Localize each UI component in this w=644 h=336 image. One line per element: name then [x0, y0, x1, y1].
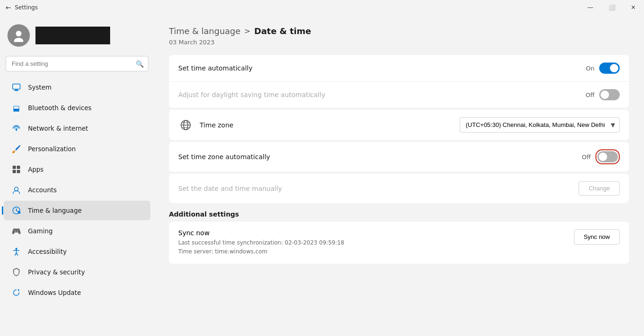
sidebar-item-label: Time & language [28, 207, 82, 214]
svg-rect-7 [13, 166, 16, 169]
search-input[interactable] [6, 56, 148, 71]
set-time-auto-label: Set time automatically [178, 64, 252, 72]
title-bar-title: Settings [15, 4, 38, 11]
sidebar-item-label: Gaming [28, 227, 53, 235]
avatar [7, 24, 30, 47]
profile-section [0, 19, 154, 56]
sidebar-item-gaming[interactable]: 🎮 Gaming [4, 221, 150, 241]
sidebar-item-system[interactable]: System [4, 77, 150, 97]
privacy-icon [11, 267, 21, 277]
title-bar-controls: — ⬜ ✕ [580, 0, 644, 15]
search-icon: 🔍 [136, 60, 144, 68]
sidebar-item-privacy[interactable]: Privacy & security [4, 262, 150, 282]
maximize-button[interactable]: ⬜ [601, 0, 623, 15]
change-button[interactable]: Change [579, 181, 620, 196]
minimize-button[interactable]: — [580, 0, 601, 15]
sidebar-item-bluetooth[interactable]: ⬓ Bluetooth & devices [4, 98, 150, 118]
sidebar-item-accounts[interactable]: Accounts [4, 180, 150, 200]
sidebar-item-network[interactable]: Network & internet [4, 119, 150, 138]
breadcrumb-parent[interactable]: Time & language [169, 26, 240, 36]
set-timezone-auto-label: Set time zone automatically [178, 153, 270, 161]
app-container: 🔍 System ⬓ Bluetooth & devices [0, 15, 644, 336]
manual-datetime-row: Set the date and time manually Change [169, 174, 629, 203]
personalization-icon: 🖌️ [11, 144, 21, 154]
sidebar-item-time[interactable]: Time & language [4, 201, 150, 220]
daylight-saving-label: Adjust for daylight saving time automati… [178, 91, 325, 98]
sidebar-item-label: Privacy & security [28, 268, 85, 276]
set-timezone-auto-row: Set time zone automatically Off [169, 142, 629, 172]
set-timezone-auto-toggle-label: Off [582, 154, 591, 161]
daylight-saving-controls: Off [586, 89, 620, 100]
sync-card: Sync now Last successful time synchroniz… [169, 222, 629, 264]
breadcrumb-sep: > [244, 27, 250, 35]
daylight-saving-row: Adjust for daylight saving time automati… [169, 82, 629, 108]
page-date: 03 March 2023 [169, 39, 629, 46]
daylight-toggle-label: Off [586, 91, 595, 98]
timezone-select[interactable]: (UTC+05:30) Chennai, Kolkata, Mumbai, Ne… [460, 117, 620, 133]
toggle-thumb [610, 64, 618, 72]
sidebar-item-personalization[interactable]: 🖌️ Personalization [4, 139, 150, 159]
svg-point-13 [18, 211, 21, 214]
sidebar-item-label: Bluetooth & devices [28, 104, 91, 112]
set-timezone-auto-toggle[interactable] [597, 151, 618, 162]
manual-datetime-controls: Change [579, 181, 620, 196]
network-icon [11, 123, 21, 133]
apps-icon [11, 164, 21, 175]
svg-point-1 [14, 38, 23, 42]
set-time-auto-row: Set time automatically On [169, 55, 629, 82]
sidebar-item-label: Accounts [28, 186, 57, 194]
svg-point-0 [16, 31, 21, 36]
toggle-thumb [599, 153, 607, 161]
title-bar: ← Settings — ⬜ ✕ [0, 0, 644, 15]
set-time-auto-controls: On [586, 63, 620, 74]
update-icon [11, 287, 21, 298]
svg-rect-8 [17, 166, 20, 169]
set-timezone-auto-controls: Off [582, 149, 620, 164]
sync-card-header: Sync now Last successful time synchroniz… [178, 229, 620, 256]
system-icon [11, 82, 21, 92]
svg-point-5 [15, 128, 17, 130]
close-button[interactable]: ✕ [623, 0, 644, 15]
set-time-auto-toggle[interactable] [599, 63, 620, 74]
sidebar-item-label: Apps [28, 166, 43, 173]
sidebar-item-label: Windows Update [28, 289, 81, 296]
gaming-icon: 🎮 [11, 226, 21, 236]
svg-rect-9 [13, 170, 16, 173]
sidebar-item-label: Personalization [28, 145, 76, 153]
sync-info: Sync now Last successful time synchroniz… [178, 229, 344, 256]
time-auto-card: Set time automatically On Adjust for day… [169, 55, 629, 108]
toggle-highlight-border [595, 149, 620, 164]
sidebar-item-label: Network & internet [28, 125, 88, 132]
sidebar: 🔍 System ⬓ Bluetooth & devices [0, 15, 154, 336]
sync-title: Sync now [178, 229, 344, 237]
svg-point-15 [15, 248, 17, 250]
sidebar-item-accessibility[interactable]: Accessibility [4, 242, 150, 261]
daylight-saving-toggle[interactable] [599, 89, 620, 100]
sync-server: Time server: time.windows.com [178, 247, 344, 256]
back-icon[interactable]: ← [6, 4, 11, 11]
timezone-row: Time zone (UTC+05:30) Chennai, Kolkata, … [169, 110, 629, 140]
svg-rect-4 [14, 91, 19, 91]
time-icon [11, 205, 21, 216]
sync-last-sync: Last successful time synchronization: 02… [178, 238, 344, 247]
main-content: Time & language > Date & time 03 March 2… [154, 15, 644, 336]
svg-point-11 [14, 187, 18, 191]
additional-settings-title: Additional settings [169, 210, 629, 218]
timezone-left: Time zone [178, 118, 233, 133]
timezone-card: Time zone (UTC+05:30) Chennai, Kolkata, … [169, 110, 629, 140]
timezone-icon [178, 118, 193, 133]
sync-now-button[interactable]: Sync now [574, 229, 620, 245]
svg-point-14 [16, 210, 17, 211]
breadcrumb-current: Date & time [254, 26, 311, 36]
set-timezone-auto-card: Set time zone automatically Off [169, 142, 629, 172]
bluetooth-icon: ⬓ [11, 103, 21, 113]
svg-rect-10 [17, 170, 20, 173]
sidebar-item-label: Accessibility [28, 248, 67, 255]
timezone-select-wrapper: (UTC+05:30) Chennai, Kolkata, Mumbai, Ne… [460, 117, 620, 133]
timezone-label: Time zone [200, 121, 233, 129]
sidebar-item-label: System [28, 84, 51, 91]
manual-datetime-label: Set the date and time manually [178, 185, 282, 192]
title-bar-left: ← Settings [6, 4, 38, 11]
sidebar-item-apps[interactable]: Apps [4, 160, 150, 179]
sidebar-item-update[interactable]: Windows Update [4, 283, 150, 302]
